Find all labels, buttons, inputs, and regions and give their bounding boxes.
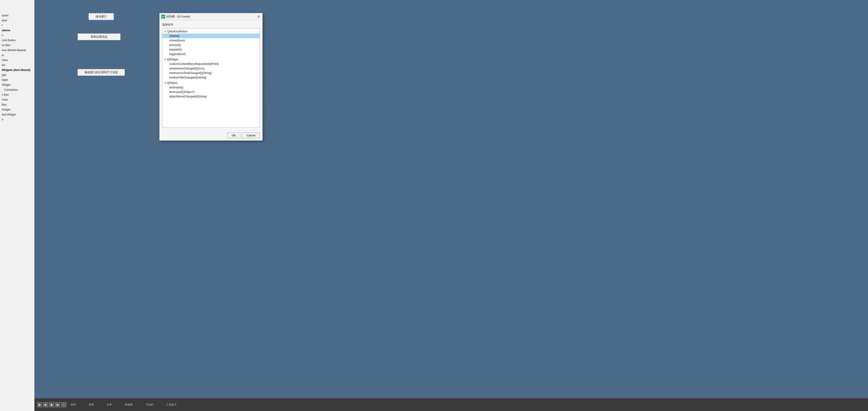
sidebar-item-w[interactable]: w (0, 53, 34, 58)
sidebar-item-r[interactable]: r (0, 23, 34, 28)
tree-item-clicked[interactable]: clicked() (162, 34, 259, 38)
ok-button[interactable]: OK (227, 133, 241, 138)
sidebar-item-ked-widget[interactable]: ked Widget (0, 112, 34, 117)
toolbar-icon-3[interactable]: ▶ (49, 402, 54, 407)
col-name: 名称 (71, 403, 76, 407)
dialog-title-left: QE 转到槽 - Qt Creator (161, 14, 190, 19)
chevron-down-icon-2: ▼ (164, 58, 166, 61)
tree-group-qobject: ▼ QObject destroyed() destroyed(QObject*… (162, 80, 259, 99)
tree-group-label-qwidget: QWidget (167, 58, 178, 61)
bottom-column-headers: 名称 使用 文本 快捷键 可选的 工具提示 (71, 403, 177, 407)
chevron-down-icon: ▼ (164, 30, 166, 32)
sidebar-item-ews[interactable]: ews (Model-Based) (0, 48, 34, 53)
sidebar-item-view[interactable]: View (0, 58, 34, 62)
col-optional: 可选的 (146, 403, 153, 407)
tree-group-header-qobject[interactable]: ▼ QObject (162, 81, 259, 85)
col-text: 文本 (107, 403, 112, 407)
sidebar-item-containers[interactable]: Containers (0, 87, 34, 92)
tree-item-custom-context-menu[interactable]: customContextMenuRequested(QPoint) (162, 62, 259, 66)
goto-slot-dialog: QE 转到槽 - Qt Creator ✕ 选择信号 ▼ QAbstractBu… (159, 13, 262, 141)
sidebar-item-widgets-item-based[interactable]: Widgets (Item-Based) (0, 67, 34, 72)
bottom-toolbar-icons: ▶ ▶ ▶ ▶ / (37, 402, 66, 407)
bottom-bar: ▶ ▶ ▶ ▶ / 名称 使用 文本 快捷键 可选的 工具提示 (34, 398, 868, 411)
tree-group-header-qwidget[interactable]: ▼ QWidget (162, 57, 259, 62)
tree-item-pressed[interactable]: pressed() (162, 42, 259, 47)
tree-item-destroyed[interactable]: destroyed() (162, 85, 259, 90)
sidebar-item-link-button[interactable]: Link Button (0, 38, 34, 42)
cancel-button[interactable]: Cancel (242, 133, 260, 138)
tree-item-object-name-changed[interactable]: objectNameChanged(QString) (162, 94, 259, 99)
dialog-section-label: 选择信号 (162, 23, 260, 27)
tree-item-clicked-bool[interactable]: clicked(bool) (162, 38, 259, 42)
toolbar-icon-5[interactable]: / (61, 402, 66, 407)
sidebar-item-ew[interactable]: ew (0, 62, 34, 67)
sidebar-item-acers[interactable]: acers (0, 13, 34, 18)
tree-group-label-qabstractbutton: QAbstractButton (167, 30, 187, 33)
tree-item-window-icon-changed[interactable]: windowIconChanged(QIcon) (162, 66, 259, 71)
tree-item-window-icon-text-changed[interactable]: windowIconTextChanged(QString) (162, 71, 259, 75)
tree-item-destroyed-qobject[interactable]: destroyed(QObject*) (162, 90, 259, 94)
dialog-titlebar: QE 转到槽 - Qt Creator ✕ (159, 13, 262, 20)
toolbar-icon-4[interactable]: ▶ (55, 402, 60, 407)
tree-item-toggled-bool[interactable]: toggled(bool) (162, 52, 259, 56)
col-shortcut: 快捷键 (125, 403, 133, 407)
canvas-area: 移动窗口 获取位置信息 修改窗口的位置和尺寸信息 QE 转到槽 - Qt Cre… (34, 0, 868, 398)
signal-tree[interactable]: ▼ QAbstractButton clicked() clicked(bool… (162, 28, 260, 127)
tree-group-qwidget: ▼ QWidget customContextMenuRequested(QPo… (162, 57, 259, 80)
modify-window-button[interactable]: 修改窗口的位置和尺寸信息 (78, 69, 125, 76)
sidebar-item-box[interactable]: Box (0, 102, 34, 107)
sidebar-item-iget[interactable]: iget (0, 72, 34, 77)
toolbar-icon-2[interactable]: ▶ (43, 402, 48, 407)
sidebar-item-area[interactable]: Area (0, 97, 34, 102)
sidebar-item-n2[interactable]: n (0, 117, 34, 122)
sidebar-item-on-box[interactable]: on Box (0, 42, 34, 48)
sidebar-item-s-box[interactable]: s Box (0, 92, 34, 97)
tree-item-released[interactable]: released() (162, 47, 259, 52)
move-window-button[interactable]: 移动窗口 (88, 13, 114, 20)
sidebar-item-widget[interactable]: Widget (0, 82, 34, 87)
qt-icon: QE (161, 14, 165, 19)
toolbar-icon-1[interactable]: ▶ (37, 402, 42, 407)
dialog-footer: OK Cancel (159, 130, 262, 141)
sidebar-item-widget2[interactable]: Widget (0, 107, 34, 112)
tree-group-header-qabstractbutton[interactable]: ▼ QAbstractButton (162, 29, 259, 34)
dialog-body: 选择信号 ▼ QAbstractButton clicked() clicked… (159, 20, 262, 130)
sidebar-item-buttons[interactable]: uttons (0, 28, 34, 33)
chevron-down-icon-3: ▼ (164, 82, 166, 84)
sidebar-item-idget[interactable]: idget (0, 77, 34, 82)
tree-group-qabstractbutton: ▼ QAbstractButton clicked() clicked(bool… (162, 29, 259, 57)
tree-group-label-qobject: QObject (167, 81, 177, 84)
get-pos-button[interactable]: 获取位置信息 (78, 33, 121, 40)
col-tooltip: 工具提示 (166, 403, 177, 407)
sidebar-item-n[interactable]: n (0, 33, 34, 38)
dialog-title-text: 转到槽 - Qt Creator (166, 14, 190, 19)
col-use: 使用 (89, 403, 94, 407)
tree-item-window-title-changed[interactable]: windowTitleChanged(QString) (162, 75, 259, 80)
sidebar: acers acer r uttons n Link Button on Box… (0, 0, 34, 411)
sidebar-item-acer[interactable]: acer (0, 18, 34, 23)
dialog-close-button[interactable]: ✕ (256, 14, 261, 19)
